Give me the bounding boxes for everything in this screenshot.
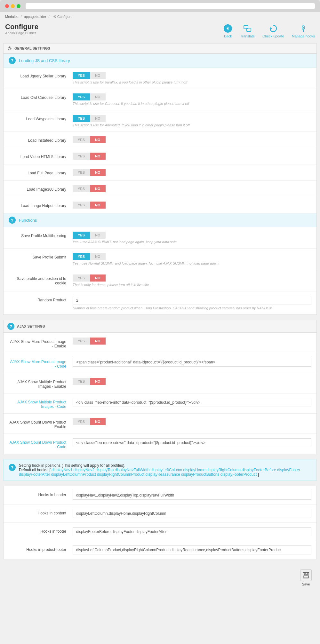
close-btn[interactable]	[5, 4, 9, 8]
hooks-header-input[interactable]	[73, 491, 311, 500]
ajax-more-image-enable-content: YES NO	[73, 338, 311, 345]
profile-submit-no[interactable]: NO	[90, 253, 106, 260]
ajax-settings-title: AJAX SETTINGS	[17, 324, 45, 328]
instafeed-content: YES NO	[73, 136, 311, 143]
jquery-stellar-content: YES NO This script is use for parallax. …	[73, 72, 311, 84]
ajax-countdown-code-input[interactable]	[73, 438, 311, 447]
video-html5-toggle: YES NO	[73, 153, 311, 160]
owl-carousel-label: Load Owl Carousel Library	[9, 93, 73, 100]
hooks-footer-content	[73, 527, 311, 536]
main-content: GENERAL SETTINGS ? Loading JS and CSS li…	[3, 43, 317, 591]
save-button[interactable]: Save	[300, 569, 312, 586]
ajax-more-image-enable-yes[interactable]: YES	[73, 338, 90, 345]
translate-button[interactable]: Translate	[240, 24, 254, 38]
cookie-no[interactable]: NO	[90, 274, 106, 282]
minimize-btn[interactable]	[11, 4, 15, 8]
loading-section-title: Loading JS and CSS library	[19, 58, 70, 63]
ajax-question-icon: ?	[7, 323, 14, 330]
full-page-no[interactable]: NO	[90, 169, 106, 176]
check-update-button[interactable]: Check update	[262, 24, 284, 38]
jquery-stellar-no[interactable]: NO	[90, 72, 106, 79]
ajax-more-image-enable-no[interactable]: NO	[90, 338, 106, 345]
instafeed-toggle: YES NO	[73, 136, 311, 143]
cookie-row: Save profile and postion id to cookie YE…	[4, 270, 316, 291]
save-area: Save	[3, 564, 317, 591]
cookie-toggle: YES NO	[73, 274, 311, 282]
ajax-countdown-enable-row: AJAX Show Count Down Product - Enable YE…	[4, 414, 316, 434]
waypoints-no[interactable]: NO	[90, 115, 106, 122]
multithrearing-yes[interactable]: YES	[73, 232, 90, 239]
translate-icon	[243, 24, 252, 33]
random-product-content: Number of time create random product whe…	[73, 296, 311, 310]
video-html5-no[interactable]: NO	[90, 153, 106, 160]
window-chrome	[0, 0, 320, 12]
manage-hooks-button[interactable]: Manage hooks	[292, 24, 315, 38]
image-hotpot-label: Load Image Hotpot Library	[9, 202, 73, 208]
full-page-content: YES NO	[73, 169, 311, 176]
ajax-more-image-code-content	[73, 358, 311, 367]
hooks-content-label: Hooks in content	[9, 509, 73, 515]
cookie-yes[interactable]: YES	[73, 274, 90, 282]
hooks-product-footer-input[interactable]	[73, 545, 311, 554]
address-bar[interactable]	[26, 3, 315, 9]
ajax-more-image-code-input[interactable]	[73, 358, 311, 367]
full-page-label: Load Full Page Library	[9, 169, 73, 175]
hooks-fields-card: Hooks in header Hooks in content Hooks i…	[3, 486, 317, 559]
jquery-stellar-toggle: YES NO	[73, 72, 311, 79]
breadcrumb-sep1: /	[21, 15, 22, 19]
ajax-more-image-enable-row: AJAX Show More Product Image - Enable YE…	[4, 333, 316, 353]
breadcrumb-modules[interactable]: Modules	[5, 15, 19, 19]
page-title: Configure	[5, 23, 38, 31]
hooks-info-close-bracket: ]	[258, 472, 259, 477]
save-label: Save	[302, 582, 310, 586]
ajax-multiple-images-code-input[interactable]	[73, 398, 311, 407]
ajax-multiple-images-code-row: AJAX Show Multiple Product Images - Code	[4, 394, 316, 414]
breadcrumb-appagebuilder[interactable]: appagebuilder	[24, 15, 46, 19]
image360-no[interactable]: NO	[90, 185, 106, 192]
owl-carousel-content: YES NO This script is use for Carousel. …	[73, 93, 311, 106]
ajax-countdown-enable-yes[interactable]: YES	[73, 418, 90, 425]
hooks-footer-label: Hooks in footer	[9, 527, 73, 534]
floppy-icon	[302, 572, 309, 579]
video-html5-content: YES NO	[73, 153, 311, 160]
hooks-header-content	[73, 491, 311, 500]
image360-yes[interactable]: YES	[73, 185, 90, 192]
ajax-multiple-images-enable-no[interactable]: NO	[90, 378, 106, 385]
multithrearing-row: Save Profile Multithrearing YES NO Yes -…	[4, 227, 316, 249]
ajax-settings-card: AJAX Show More Product Image - Enable YE…	[3, 333, 317, 454]
instafeed-yes[interactable]: YES	[73, 136, 90, 143]
multithrearing-toggle: YES NO	[73, 232, 311, 239]
page-header-left: Configure Apollo Page Builder	[5, 23, 38, 35]
image-hotpot-yes[interactable]: YES	[73, 202, 90, 209]
ajax-multiple-images-enable-yes[interactable]: YES	[73, 378, 90, 385]
jquery-stellar-yes[interactable]: YES	[73, 72, 90, 79]
multithrearing-no[interactable]: NO	[90, 232, 106, 239]
hooks-header-row: Hooks in header	[4, 486, 316, 505]
maximize-btn[interactable]	[17, 4, 20, 8]
hooks-header-label: Hooks in header	[9, 491, 73, 497]
waypoints-yes[interactable]: YES	[73, 115, 90, 122]
video-html5-row: Load Video HTML5 Library YES NO	[4, 148, 316, 164]
instafeed-label: Load Instafeed Library	[9, 136, 73, 143]
video-html5-yes[interactable]: YES	[73, 153, 90, 160]
waypoints-content: YES NO This script is use for Animated. …	[73, 115, 311, 127]
page-subtitle: Apollo Page Builder	[5, 31, 38, 35]
profile-submit-yes[interactable]: YES	[73, 253, 90, 260]
check-update-label: Check update	[262, 34, 284, 38]
random-product-input[interactable]	[73, 296, 311, 305]
ajax-countdown-enable-no[interactable]: NO	[90, 418, 106, 425]
full-page-yes[interactable]: YES	[73, 169, 90, 176]
back-button[interactable]: Back	[223, 24, 232, 38]
hooks-content-row: Hooks in content	[4, 505, 316, 523]
owl-carousel-toggle: YES NO	[73, 93, 311, 100]
general-settings-card: ? Loading JS and CSS library Load Jquery…	[3, 53, 317, 315]
video-html5-label: Load Video HTML5 Library	[9, 153, 73, 159]
image-hotpot-no[interactable]: NO	[90, 202, 106, 209]
hooks-footer-input[interactable]	[73, 527, 311, 536]
owl-carousel-yes[interactable]: YES	[73, 93, 90, 100]
hooks-content-input[interactable]	[73, 509, 311, 518]
jquery-stellar-hint: This script is use for parallax. If you …	[73, 80, 311, 84]
owl-carousel-no[interactable]: NO	[90, 93, 106, 100]
instafeed-no[interactable]: NO	[90, 136, 106, 143]
image-hotpot-row: Load Image Hotpot Library YES NO	[4, 197, 316, 213]
